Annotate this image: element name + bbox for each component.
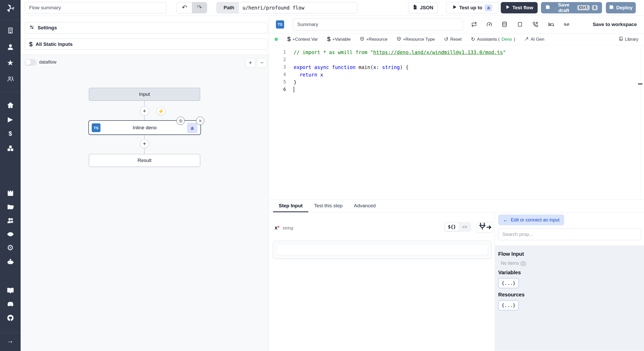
flow-node-result[interactable]: Result bbox=[89, 154, 200, 167]
sliders-icon bbox=[29, 24, 35, 31]
arg-type: string bbox=[283, 226, 293, 230]
connect-input-button[interactable] bbox=[477, 222, 493, 233]
refresh-icon: ↻ bbox=[471, 37, 475, 42]
prop-section-title: Flow Input bbox=[498, 251, 641, 257]
save-to-workspace-button[interactable]: Save to workspace bbox=[590, 15, 637, 33]
flow-canvas[interactable]: dataflow + − Input ⚡ TS Inline deno a Re… bbox=[21, 55, 269, 351]
library-label: Library bbox=[625, 37, 638, 42]
tab-advanced[interactable]: Advanced bbox=[348, 200, 382, 212]
variables-object-chip[interactable]: {...} bbox=[498, 278, 519, 288]
dollar-icon[interactable]: $ bbox=[6, 129, 15, 138]
database-icon[interactable] bbox=[500, 20, 509, 29]
zoom-in-button[interactable]: + bbox=[245, 58, 255, 68]
overview-ruler-cursor bbox=[638, 83, 642, 84]
package-icon bbox=[360, 37, 364, 42]
resources-object-chip[interactable]: {...} bbox=[498, 300, 519, 310]
github-icon[interactable] bbox=[6, 313, 15, 322]
play-icon bbox=[505, 5, 510, 11]
cubes-icon[interactable] bbox=[6, 144, 15, 153]
building-icon[interactable] bbox=[6, 26, 15, 35]
test-up-to-button[interactable]: Test up to a bbox=[446, 2, 498, 13]
calendar-icon[interactable] bbox=[6, 189, 15, 197]
insert-step-button[interactable] bbox=[140, 107, 149, 116]
path-button[interactable]: Path bbox=[217, 2, 239, 13]
gauge-icon[interactable] bbox=[485, 20, 494, 29]
save-draft-button[interactable]: Save draft Ctrl S bbox=[541, 2, 602, 13]
required-mark: * bbox=[277, 225, 279, 230]
flow-summary-input[interactable] bbox=[25, 2, 166, 13]
redo-button[interactable]: ↷ bbox=[192, 2, 207, 13]
toolbar-variable-button[interactable]: $+Variable bbox=[327, 36, 351, 42]
all-static-inputs-button[interactable]: $ All Static Inputs bbox=[25, 39, 267, 50]
square-icon[interactable] bbox=[515, 20, 524, 29]
path-group: Path bbox=[216, 2, 358, 13]
tab-test-this-step[interactable]: Test this step bbox=[308, 200, 348, 212]
users-gear-icon[interactable] bbox=[6, 216, 15, 225]
delete-step-button[interactable] bbox=[196, 117, 204, 125]
code-mode-button[interactable]: <> bbox=[459, 223, 470, 231]
step-input-section: x*string ${} <> bbox=[269, 212, 495, 351]
path-input[interactable] bbox=[239, 2, 357, 13]
step-label: Inline deno bbox=[133, 125, 157, 131]
input-mode-toggle: ${} <> bbox=[444, 222, 471, 232]
windmill-logo-icon[interactable] bbox=[5, 3, 15, 13]
template-mode-button[interactable]: ${} bbox=[445, 223, 459, 231]
move-step-handle[interactable] bbox=[176, 117, 185, 125]
step-summary-input[interactable] bbox=[293, 19, 463, 30]
trigger-lightning-button[interactable]: ⚡ bbox=[157, 107, 166, 116]
flow-panel: Settings $ All Static Inputs dataflow + … bbox=[21, 15, 269, 351]
zoom-out-button[interactable]: − bbox=[257, 58, 267, 68]
toolbar-assistants-button[interactable]: ↻Assistants (Deno) bbox=[471, 37, 515, 42]
insert-step-button[interactable] bbox=[140, 139, 149, 148]
edit-or-connect-button[interactable]: ← Edit or connect an input bbox=[498, 215, 564, 225]
toolbar-resource-button[interactable]: +Resource bbox=[360, 37, 387, 42]
phone-incoming-icon[interactable] bbox=[531, 20, 540, 29]
toolbar-resource-type-button[interactable]: +Resource Type bbox=[397, 37, 435, 42]
gear-icon[interactable]: ⚙ bbox=[6, 243, 15, 252]
code-editor[interactable]: 1// import * as wmill from "https://deno… bbox=[269, 45, 644, 200]
typescript-badge: TS bbox=[92, 123, 100, 132]
arg-value-input[interactable] bbox=[276, 244, 488, 255]
dataflow-toggle[interactable] bbox=[25, 59, 37, 66]
json-button[interactable]: JSON bbox=[408, 2, 438, 13]
tab-step-input[interactable]: Step Input bbox=[273, 200, 308, 212]
save-draft-label: Save draft bbox=[553, 2, 575, 13]
toolbar-ai-gen-button[interactable]: AI Gen bbox=[524, 37, 544, 42]
toolbar-context-var-button[interactable]: $+Context Var bbox=[287, 36, 318, 42]
user-icon[interactable] bbox=[6, 42, 15, 51]
deploy-label: Deploy bbox=[616, 5, 632, 11]
test-flow-button[interactable]: Test flow bbox=[501, 2, 538, 13]
flow-node-input[interactable]: Input bbox=[89, 88, 200, 101]
flow-node-inline-deno[interactable]: TS Inline deno a bbox=[88, 120, 201, 135]
windmill-flow-editor: ★▶$⚙ → ↶ ↷ Path JSON Test up to a bbox=[0, 0, 644, 351]
deploy-button[interactable]: Deploy bbox=[606, 2, 636, 13]
play-filled-icon[interactable]: ▶ bbox=[6, 115, 15, 124]
floppy-icon bbox=[609, 5, 614, 11]
sidebar-divider bbox=[0, 333, 21, 333]
repeat-icon[interactable] bbox=[470, 20, 478, 29]
discord-icon[interactable] bbox=[6, 300, 15, 309]
settings-label: Settings bbox=[38, 25, 57, 31]
star-icon[interactable]: ★ bbox=[6, 58, 15, 67]
expand-sidebar-button[interactable]: → bbox=[6, 336, 15, 345]
floppy-icon bbox=[545, 5, 550, 11]
file-json-icon bbox=[413, 5, 418, 11]
bed-icon[interactable] bbox=[547, 20, 555, 29]
editor-scrollbar[interactable] bbox=[640, 45, 641, 200]
book-open-icon[interactable] bbox=[6, 286, 15, 295]
undo-button[interactable]: ↶ bbox=[177, 2, 192, 13]
users-group-icon[interactable] bbox=[6, 74, 15, 83]
home-icon[interactable] bbox=[6, 101, 15, 109]
search-prop-input[interactable] bbox=[498, 228, 641, 240]
eye-icon[interactable] bbox=[6, 230, 15, 238]
flow-settings-button[interactable]: Settings bbox=[25, 22, 267, 33]
library-button[interactable]: Library bbox=[619, 37, 638, 42]
voicemail-icon[interactable] bbox=[562, 20, 571, 29]
toolbar-reset-button[interactable]: ↺Reset bbox=[444, 37, 462, 42]
test-flow-label: Test flow bbox=[512, 5, 533, 11]
kbd-ctrl: Ctrl bbox=[577, 5, 590, 10]
flow-edge bbox=[144, 135, 145, 139]
play-icon bbox=[452, 5, 457, 11]
robot-icon[interactable] bbox=[6, 257, 15, 266]
folder-icon[interactable] bbox=[6, 202, 15, 211]
